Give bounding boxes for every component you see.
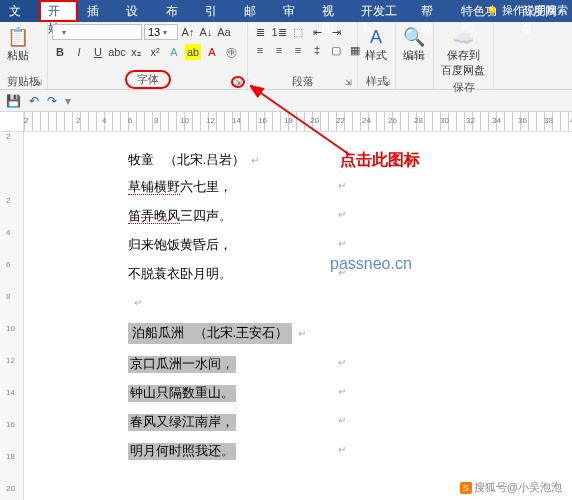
strikethrough-icon[interactable]: abc	[109, 44, 125, 60]
paste-icon: 📋	[7, 26, 29, 48]
poem1-line3: 归来饱饭黄昏后，↵	[128, 237, 328, 254]
blank-line: ↵	[128, 294, 328, 311]
text-effects-icon[interactable]: A	[166, 44, 182, 60]
save-icon[interactable]: 💾	[6, 94, 21, 108]
save-group-label: 保存	[453, 80, 475, 94]
shading-icon[interactable]: ▢	[328, 42, 344, 58]
paragraph-group-label: 段落	[292, 74, 314, 88]
qat-dropdown-icon[interactable]: ▾	[65, 94, 71, 108]
group-clipboard: 📋 粘贴 剪贴板 ⇲	[0, 22, 48, 89]
save-to-label: 保存到	[447, 48, 480, 63]
clipboard-launcher-icon[interactable]: ⇲	[31, 76, 45, 88]
bold-button[interactable]: B	[52, 44, 68, 60]
enclose-char-icon[interactable]: ㊥	[223, 44, 239, 60]
poem1-line1: 草铺横野六七里，↵	[128, 179, 328, 196]
tab-review[interactable]: 审阅	[274, 0, 313, 22]
tab-devtools[interactable]: 开发工具	[352, 0, 412, 22]
ruler-bar: 2246810121416182022242628303234363840	[0, 112, 572, 132]
tell-me-label: 操作说明搜索	[502, 3, 568, 18]
menu-bar: 文件 开始 插入 设计 布局 引用 邮件 审阅 视图 开发工具 帮助 特色功能 …	[0, 0, 572, 22]
poem2-line3: 春风又绿江南岸，↵	[128, 414, 328, 431]
styles-button[interactable]: A样式	[362, 24, 390, 65]
tab-layout[interactable]: 布局	[157, 0, 196, 22]
font-dialog-launcher-icon[interactable]: ⇲	[231, 76, 245, 88]
shrink-font-icon[interactable]: A↓	[198, 24, 214, 40]
align-center-icon[interactable]: ≡	[271, 42, 287, 58]
sohu-logo-icon: S	[460, 482, 472, 494]
poem1-line2: 笛弄晚风三四声。↵	[128, 208, 328, 225]
numbering-icon[interactable]: 1≣	[271, 24, 287, 40]
poem2-line4: 明月何时照我还。↵	[128, 443, 328, 460]
tab-design[interactable]: 设计	[117, 0, 156, 22]
increase-indent-icon[interactable]: ⇥	[328, 24, 344, 40]
chevron-down-icon: ▾	[62, 28, 66, 37]
tab-references[interactable]: 引用	[196, 0, 235, 22]
tab-insert[interactable]: 插入	[78, 0, 117, 22]
bullets-icon[interactable]: ≣	[252, 24, 268, 40]
decrease-indent-icon[interactable]: ⇤	[309, 24, 325, 40]
vertical-ruler[interactable]: 22468101214161820	[0, 132, 24, 500]
tab-view[interactable]: 视图	[313, 0, 352, 22]
document-content: 牧童 （北宋.吕岩）↵ 草铺横野六七里，↵ 笛弄晚风三四声。↵ 归来饱饭黄昏后，…	[128, 152, 328, 460]
poem2-title: 泊船瓜洲 （北宋.王安石）↵	[128, 323, 328, 344]
tab-file[interactable]: 文件	[0, 0, 39, 22]
redo-icon[interactable]: ↷	[47, 94, 57, 108]
poem1-title: 牧童 （北宋.吕岩）↵	[128, 152, 328, 169]
horizontal-ruler[interactable]: 2246810121416182022242628303234363840	[24, 112, 572, 131]
footer-credit: S搜狐号@小吴泡泡	[456, 479, 566, 496]
annotation-text: 点击此图标	[340, 150, 420, 171]
multilevel-icon[interactable]: ⬚	[290, 24, 306, 40]
paste-button[interactable]: 📋 粘贴	[4, 24, 32, 65]
tell-me-search[interactable]: 操作说明搜索	[486, 3, 568, 18]
subscript-icon[interactable]: x₂	[128, 44, 144, 60]
document-page[interactable]: 牧童 （北宋.吕岩）↵ 草铺横野六七里，↵ 笛弄晚风三四声。↵ 归来饱饭黄昏后，…	[24, 132, 572, 500]
styles-label: 样式	[365, 48, 387, 63]
change-case-icon[interactable]: Aa	[216, 24, 232, 40]
ribbon: 📋 粘贴 剪贴板 ⇲ ▾ 13▾ A↑ A↓ Aa B I U abc x₂ x…	[0, 22, 572, 90]
underline-button[interactable]: U	[90, 44, 106, 60]
ruler-corner	[0, 112, 24, 131]
paste-label: 粘贴	[7, 48, 29, 63]
paragraph-launcher-icon[interactable]: ⇲	[341, 76, 355, 88]
editing-label: 编辑	[403, 48, 425, 63]
undo-icon[interactable]: ↶	[29, 94, 39, 108]
chevron-down-icon: ▾	[163, 28, 167, 37]
bulb-icon	[486, 5, 498, 17]
font-family-combo[interactable]: ▾	[52, 24, 142, 40]
group-styles: A样式 样式 ⇲	[358, 22, 396, 89]
styles-icon: A	[370, 26, 382, 48]
group-paragraph: ≣ 1≣ ⬚ ⇤ ⇥ ≡ ≡ ≡ ‡ ▢ ▦ 段落 ⇲	[248, 22, 358, 89]
tab-home[interactable]: 开始	[39, 0, 78, 22]
poem1-line4: 不脱蓑衣卧月明。↵	[128, 266, 328, 283]
poem2-line2: 钟山只隔数重山。↵	[128, 385, 328, 402]
grow-font-icon[interactable]: A↑	[180, 24, 196, 40]
font-color-icon[interactable]: A	[204, 44, 220, 60]
watermark-text: passneo.cn	[330, 255, 412, 273]
font-size-value: 13	[148, 26, 160, 38]
editor-area: 22468101214161820 牧童 （北宋.吕岩）↵ 草铺横野六七里，↵ …	[0, 132, 572, 500]
save-baidu-label: 百度网盘	[441, 63, 485, 78]
align-right-icon[interactable]: ≡	[290, 42, 306, 58]
tab-mailings[interactable]: 邮件	[235, 0, 274, 22]
font-group-label: 字体	[125, 70, 171, 89]
align-left-icon[interactable]: ≡	[252, 42, 268, 58]
tab-help[interactable]: 帮助	[412, 0, 451, 22]
highlight-icon[interactable]: ab	[185, 44, 201, 60]
styles-launcher-icon[interactable]: ⇲	[379, 76, 393, 88]
font-size-combo[interactable]: 13▾	[144, 24, 178, 40]
line-spacing-icon[interactable]: ‡	[309, 42, 325, 58]
superscript-icon[interactable]: x²	[147, 44, 163, 60]
poem2-line1: 京口瓜洲一水间，↵	[128, 356, 328, 373]
italic-button[interactable]: I	[71, 44, 87, 60]
group-font: ▾ 13▾ A↑ A↓ Aa B I U abc x₂ x² A ab A ㊥ …	[48, 22, 248, 89]
